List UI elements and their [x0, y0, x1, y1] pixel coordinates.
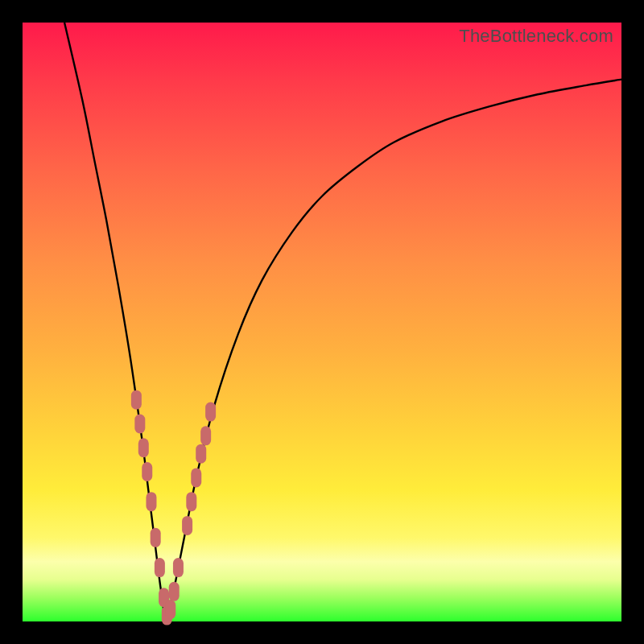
bottleneck-curve: [64, 23, 621, 621]
data-marker: [165, 600, 175, 619]
data-marker: [134, 414, 145, 433]
data-marker: [146, 492, 156, 511]
data-marker: [182, 516, 192, 535]
data-marker: [142, 462, 152, 481]
data-marker: [196, 444, 206, 464]
data-marker: [131, 390, 142, 410]
curve-layer: [23, 23, 621, 621]
data-marker: [155, 558, 165, 577]
plot-area: TheBottleneck.com: [23, 23, 621, 621]
marker-group: [131, 390, 216, 625]
data-marker: [138, 438, 149, 457]
data-marker: [173, 558, 184, 577]
data-marker: [200, 426, 211, 445]
data-marker: [191, 468, 201, 487]
data-marker: [205, 402, 216, 422]
data-marker: [169, 582, 180, 601]
data-marker: [186, 492, 196, 511]
data-marker: [151, 528, 161, 547]
chart-frame: TheBottleneck.com: [0, 0, 644, 644]
